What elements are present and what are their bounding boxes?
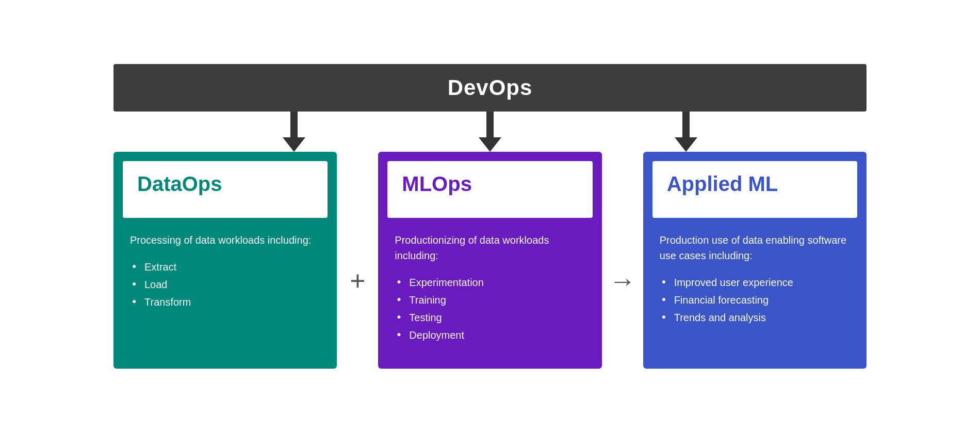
devops-title: DevOps — [448, 75, 533, 100]
arrow-to-mlops — [479, 112, 501, 152]
devops-header-bar: DevOps — [113, 64, 867, 112]
mlops-title: MLOps — [402, 172, 472, 195]
mlops-description: Productionizing of data workloads includ… — [395, 232, 585, 263]
appliedml-list: Improved user experience Financial forec… — [660, 274, 850, 326]
dataops-title: DataOps — [137, 172, 222, 195]
arrow-head — [675, 137, 697, 152]
arrow-shaft — [290, 112, 298, 137]
appliedml-description: Production use of data enabling software… — [660, 232, 850, 263]
list-item: Load — [130, 276, 320, 293]
arrow-head — [283, 137, 305, 152]
list-item: Transform — [130, 293, 320, 311]
mlops-card: MLOps Productionizing of data workloads … — [378, 152, 601, 369]
dataops-list: Extract Load Transform — [130, 258, 320, 311]
list-item: Experimentation — [395, 274, 585, 291]
mlops-card-header: MLOps — [387, 161, 592, 218]
dataops-card-header: DataOps — [123, 161, 328, 218]
arrow-shaft — [682, 112, 690, 137]
arrow-to-appliedml — [675, 112, 697, 152]
dataops-card: DataOps Processing of data workloads inc… — [113, 152, 337, 369]
mlops-card-body: Productionizing of data workloads includ… — [378, 218, 601, 360]
arrow-head — [479, 137, 501, 152]
appliedml-card-body: Production use of data enabling software… — [643, 218, 867, 343]
arrows-row — [113, 112, 867, 152]
dataops-card-body: Processing of data workloads including: … — [113, 218, 337, 327]
dataops-description: Processing of data workloads including: — [130, 232, 320, 248]
list-item: Improved user experience — [660, 274, 850, 291]
diagram-wrapper: DevOps DataOps Processing of data worklo… — [83, 43, 897, 400]
mlops-list: Experimentation Training Testing Deploym… — [395, 274, 585, 344]
cards-row: DataOps Processing of data workloads inc… — [113, 152, 867, 369]
right-arrow-operator: → — [602, 265, 643, 296]
list-item: Extract — [130, 258, 320, 276]
appliedml-card: Applied ML Production use of data enabli… — [643, 152, 867, 369]
list-item: Deployment — [395, 326, 585, 344]
list-item: Trends and analysis — [660, 309, 850, 326]
appliedml-title: Applied ML — [667, 172, 778, 195]
arrow-shaft — [486, 112, 494, 137]
list-item: Testing — [395, 309, 585, 326]
list-item: Financial forecasting — [660, 291, 850, 309]
plus-operator: + — [337, 265, 378, 296]
appliedml-card-header: Applied ML — [652, 161, 857, 218]
arrow-to-dataops — [283, 112, 305, 152]
list-item: Training — [395, 291, 585, 309]
